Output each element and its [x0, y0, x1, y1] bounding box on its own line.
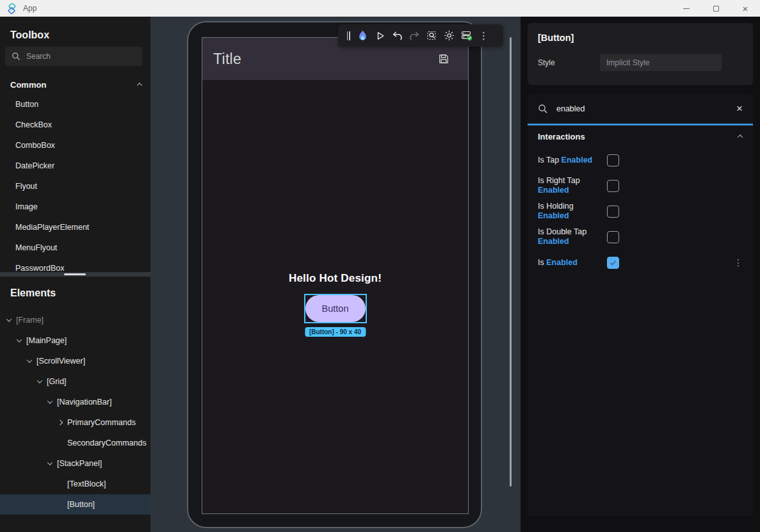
toolbox-scrollbar[interactable] [0, 272, 150, 277]
element-picker-icon[interactable] [423, 27, 441, 44]
properties-panel: [Button] Style Implicit Style × Interact… [521, 17, 760, 532]
redo-button[interactable] [406, 27, 423, 44]
play-button[interactable] [371, 27, 389, 44]
maximize-button[interactable] [701, 0, 731, 17]
property-row-is-holding-enabled: Is Holding Enabled [528, 198, 753, 224]
selection-size-badge: [Button] - 90 x 40 [305, 327, 366, 337]
interactions-section-header[interactable]: Interactions [528, 125, 753, 147]
toolbox-item-image[interactable]: Image [0, 197, 150, 217]
tree-item-textblock[interactable]: [TextBlock] [0, 474, 150, 494]
elements-tree: [Frame] [MainPage] [ScrollViewer] [Grid]… [0, 310, 150, 515]
is-enabled-checkbox[interactable] [607, 257, 619, 269]
close-icon: × [743, 4, 748, 13]
design-canvas[interactable]: Title Hello Hot Design! Button [Button] … [150, 17, 521, 532]
chevron-down-icon[interactable] [14, 336, 24, 346]
properties-card: × Interactions Is Tap Enabled Is Right T… [528, 93, 753, 516]
property-row-is-enabled: Is Enabled ⋮ [528, 250, 753, 275]
minimize-button[interactable] [672, 0, 701, 17]
chevron-up-icon [738, 134, 743, 140]
left-sidebar: Toolbox Common Button CheckBox ComboBox … [0, 17, 150, 532]
is-holding-enabled-checkbox[interactable] [607, 206, 619, 218]
chevron-down-icon[interactable] [45, 459, 54, 469]
device-screen[interactable]: Title Hello Hot Design! Button [Button] … [202, 37, 469, 514]
device-frame: Title Hello Hot Design! Button [Button] … [187, 21, 482, 528]
toolbox-item-combobox[interactable]: ComboBox [0, 135, 150, 156]
toolbox-item-checkbox[interactable]: CheckBox [0, 115, 150, 135]
tree-item-secondarycommands[interactable]: SecondaryCommands [0, 433, 150, 453]
chevron-down-icon[interactable] [4, 316, 13, 325]
device-page-content[interactable]: Hello Hot Design! Button [Button] - 90 x… [202, 80, 468, 514]
clear-search-icon[interactable]: × [736, 103, 743, 114]
drag-handle-icon[interactable] [344, 27, 353, 44]
hot-design-toolbar: ⋮ [338, 24, 503, 47]
elements-title: Elements [10, 287, 56, 299]
toolbox-list: Button CheckBox ComboBox DatePicker Flyo… [0, 94, 150, 278]
chevron-down-icon[interactable] [35, 377, 44, 387]
selection-outline[interactable]: Button [304, 294, 367, 323]
is-tap-enabled-checkbox[interactable] [607, 154, 619, 166]
theme-toggle-sun-icon[interactable] [441, 27, 458, 44]
close-button[interactable]: × [731, 0, 760, 17]
canvas-scrollbar[interactable] [510, 37, 512, 487]
property-row-is-right-tap-enabled: Is Right Tap Enabled [528, 173, 753, 198]
selected-element-card: [Button] Style Implicit Style [528, 23, 753, 85]
chevron-up-icon [137, 83, 142, 88]
tree-item-frame[interactable]: [Frame] [0, 310, 150, 330]
undo-button[interactable] [389, 27, 406, 44]
property-row-is-tap-enabled: Is Tap Enabled [528, 147, 753, 173]
toolbox-search-input[interactable] [26, 52, 122, 61]
chevron-down-icon[interactable] [24, 357, 34, 366]
property-row-is-double-tap-enabled: Is Double Tap Enabled [528, 224, 753, 250]
style-label: Style [538, 58, 600, 67]
style-value-field[interactable]: Implicit Style [600, 54, 722, 71]
tree-item-navigationbar[interactable]: [NavigationBar] [0, 392, 150, 412]
tree-item-stackpanel[interactable]: [StackPanel] [0, 453, 150, 474]
navbar-title: Title [213, 51, 241, 68]
interactions-title: Interactions [538, 132, 585, 141]
is-double-tap-enabled-checkbox[interactable] [607, 231, 619, 243]
app-logo-icon [6, 3, 17, 14]
row-more-kebab-icon[interactable]: ⋮ [734, 258, 743, 267]
tree-item-button-selected[interactable]: [Button] [0, 494, 150, 515]
greeting-text: Hello Hot Design! [202, 272, 468, 285]
section-label: Common [10, 80, 46, 90]
search-icon [538, 104, 548, 114]
chevron-right-icon[interactable] [55, 418, 65, 428]
toolbox-item-menuflyout[interactable]: MenuFlyout [0, 238, 150, 258]
tree-item-grid[interactable]: [Grid] [0, 371, 150, 392]
chevron-down-icon[interactable] [45, 398, 54, 407]
toolbox-item-mediaplayerelement[interactable]: MediaPlayerElement [0, 217, 150, 238]
tree-item-primarycommands[interactable]: PrimaryCommands [0, 412, 150, 433]
selected-element-name: [Button] [538, 33, 743, 43]
tree-item-mainpage[interactable]: [MainPage] [0, 330, 150, 351]
minimize-icon [683, 8, 690, 9]
property-search-input[interactable] [556, 104, 728, 113]
connection-status-icon[interactable] [458, 27, 475, 44]
is-right-tap-enabled-checkbox[interactable] [607, 180, 619, 192]
designed-button[interactable]: Button [305, 295, 366, 322]
more-menu-kebab-icon[interactable]: ⋮ [475, 27, 492, 44]
save-icon[interactable] [438, 53, 449, 65]
maximize-icon [713, 6, 719, 12]
window-titlebar: App × [0, 0, 760, 17]
search-icon [12, 52, 20, 61]
toolbox-section-common[interactable]: Common [10, 77, 141, 92]
property-search[interactable]: × [528, 93, 753, 125]
window-title: App [23, 4, 36, 13]
toolbox-search[interactable] [5, 47, 142, 66]
hot-design-flame-icon[interactable] [354, 27, 371, 44]
tree-item-scrollviewer[interactable]: [ScrollViewer] [0, 351, 150, 371]
scrollbar-thumb[interactable] [64, 273, 86, 275]
toolbox-item-flyout[interactable]: Flyout [0, 176, 150, 197]
toolbox-item-button[interactable]: Button [0, 94, 150, 115]
toolbox-item-datepicker[interactable]: DatePicker [0, 156, 150, 176]
toolbox-title: Toolbox [10, 29, 49, 41]
